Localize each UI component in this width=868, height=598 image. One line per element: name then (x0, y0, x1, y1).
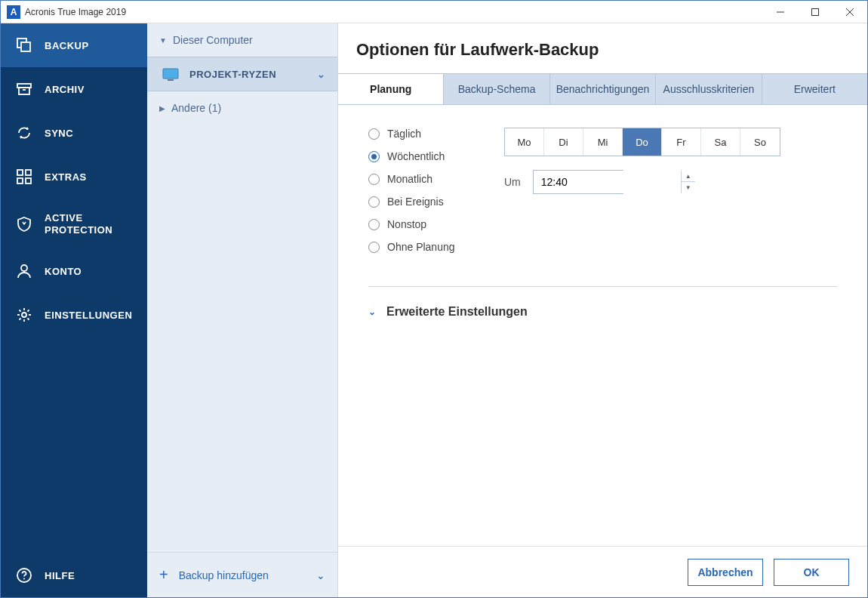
app-logo-icon: A (7, 5, 20, 19)
svg-rect-1 (812, 8, 819, 15)
time-input[interactable]: ▲ ▼ (533, 170, 623, 194)
time-spin-down[interactable]: ▼ (682, 182, 695, 193)
day-mi[interactable]: Mi (583, 128, 623, 156)
time-field[interactable] (534, 171, 681, 193)
svg-rect-7 (19, 88, 29, 94)
tree-group-other[interactable]: ▶ Andere (1) (147, 91, 337, 125)
tree-group-this-computer[interactable]: ▼ Dieser Computer (147, 23, 337, 57)
minimize-button[interactable] (763, 1, 798, 23)
svg-rect-17 (163, 69, 178, 79)
svg-point-16 (23, 578, 25, 580)
nav-backup[interactable]: BACKUP (1, 23, 147, 67)
svg-rect-11 (17, 178, 23, 183)
nav-label: SYNC (45, 128, 73, 139)
plus-icon: + (159, 566, 168, 584)
nav-active-protection[interactable]: ACTIVEPROTECTION (1, 199, 147, 249)
weekday-selector: Mo Di Mi Do Fr Sa So (504, 128, 780, 156)
shield-icon (16, 216, 32, 233)
page-title: Optionen für Laufwerk-Backup (338, 23, 867, 73)
divider (368, 286, 837, 287)
sync-icon (16, 125, 32, 141)
radio-event[interactable]: Bei Ereignis (368, 196, 504, 208)
day-di[interactable]: Di (544, 128, 583, 156)
radio-nonstop[interactable]: Nonstop (368, 218, 504, 230)
backup-list-panel: ▼ Dieser Computer PROJEKT-RYZEN ⌄ ▶ Ande… (147, 23, 338, 597)
nav-label: EINSTELLUNGEN (45, 310, 132, 321)
nav-label: HILFE (45, 570, 75, 581)
svg-point-13 (21, 265, 27, 271)
tab-benachrichtigungen[interactable]: Benachrichtigungen (550, 74, 656, 104)
svg-rect-10 (26, 170, 31, 175)
close-button[interactable] (833, 1, 867, 23)
backup-icon (16, 37, 32, 54)
svg-rect-18 (168, 79, 174, 81)
nav-label: EXTRAS (45, 171, 87, 183)
nav-sync[interactable]: SYNC (1, 111, 147, 155)
main-panel: Optionen für Laufwerk-Backup Planung Bac… (338, 23, 867, 597)
add-backup-label: Backup hinzufügen (179, 569, 269, 581)
nav-label: ACTIVEPROTECTION (45, 212, 112, 236)
chevron-down-icon[interactable]: ⌄ (317, 69, 326, 80)
day-sa[interactable]: Sa (701, 128, 740, 156)
nav-archive[interactable]: ARCHIV (1, 67, 147, 111)
extras-icon (16, 168, 32, 185)
backup-item-projekt-ryzen[interactable]: PROJEKT-RYZEN ⌄ (147, 57, 337, 91)
radio-daily[interactable]: Täglich (368, 128, 504, 140)
add-backup-button[interactable]: + Backup hinzufügen ⌄ (147, 552, 337, 597)
svg-point-14 (22, 313, 26, 317)
radio-weekly[interactable]: Wöchentlich (368, 150, 504, 162)
radio-none[interactable]: Ohne Planung (368, 241, 504, 253)
day-mo[interactable]: Mo (505, 128, 544, 156)
archive-icon (16, 81, 32, 97)
sidebar: BACKUP ARCHIV SYNC EXTRAS ACTIVEPROTECTI… (1, 23, 147, 597)
nav-label: BACKUP (45, 40, 89, 51)
tab-ausschlusskriterien[interactable]: Ausschlusskriterien (656, 74, 762, 104)
svg-rect-12 (26, 178, 31, 183)
nav-settings[interactable]: EINSTELLUNGEN (1, 293, 147, 337)
nav-label: ARCHIV (45, 84, 85, 95)
nav-extras[interactable]: EXTRAS (1, 155, 147, 199)
radio-monthly[interactable]: Monatlich (368, 173, 504, 185)
help-icon (16, 567, 32, 584)
tab-erweitert[interactable]: Erweitert (762, 74, 867, 104)
dialog-footer: Abbrechen OK (338, 546, 867, 597)
nav-label: KONTO (45, 266, 82, 277)
day-do[interactable]: Do (623, 128, 662, 156)
ok-button[interactable]: OK (774, 559, 849, 586)
tabs-bar: Planung Backup-Schema Benachrichtigungen… (338, 73, 867, 105)
account-icon (16, 263, 32, 279)
window-title: Acronis True Image 2019 (25, 7, 763, 17)
titlebar: A Acronis True Image 2019 (1, 1, 867, 23)
day-fr[interactable]: Fr (662, 128, 701, 156)
svg-rect-5 (21, 42, 30, 51)
monitor-icon (162, 68, 179, 80)
svg-rect-9 (17, 170, 23, 175)
tab-backup-schema[interactable]: Backup-Schema (444, 74, 549, 104)
chevron-down-icon[interactable]: ⌄ (316, 569, 325, 581)
frequency-options: Täglich Wöchentlich Monatlich Bei Ereign… (368, 128, 504, 264)
caret-right-icon: ▶ (159, 104, 165, 113)
time-label: Um (504, 176, 521, 188)
caret-down-icon: ▼ (159, 36, 167, 45)
backup-item-label: PROJEKT-RYZEN (189, 69, 276, 80)
chevron-down-icon: ⌄ (368, 307, 376, 317)
advanced-settings-label: Erweiterte Einstellungen (386, 305, 528, 319)
day-so[interactable]: So (740, 128, 780, 156)
tree-other-label: Andere (1) (171, 102, 221, 114)
advanced-settings-toggle[interactable]: ⌄ Erweiterte Einstellungen (368, 305, 837, 319)
gear-icon (16, 307, 32, 323)
maximize-button[interactable] (798, 1, 833, 23)
time-spin-up[interactable]: ▲ (682, 171, 695, 182)
nav-help[interactable]: HILFE (1, 553, 147, 597)
tab-planung[interactable]: Planung (338, 74, 444, 104)
tree-group-label: Dieser Computer (173, 34, 253, 46)
cancel-button[interactable]: Abbrechen (688, 559, 763, 586)
nav-account[interactable]: KONTO (1, 249, 147, 293)
